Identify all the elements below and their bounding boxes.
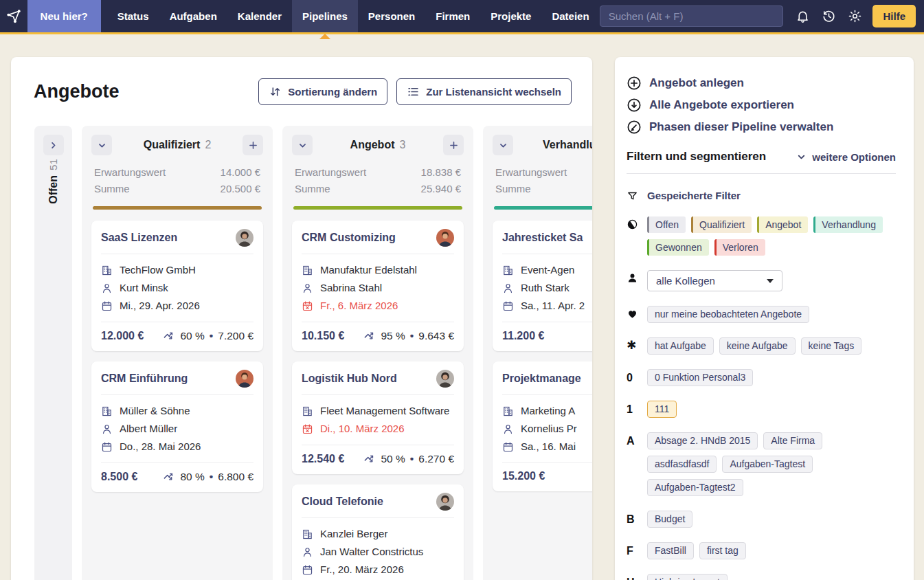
bell-icon[interactable] [796, 9, 810, 23]
app-logo[interactable] [0, 0, 27, 32]
separator-dot: • [210, 330, 213, 342]
nav-item[interactable]: Projekte [480, 0, 541, 32]
deal-card[interactable]: Logistik Hub Nord Fleet Management Softw… [292, 361, 464, 474]
tag-filter-chip[interactable]: Highrise Import [647, 574, 728, 580]
nav-item[interactable]: Kalender [227, 0, 292, 32]
person-name: Sabrina Stahl [320, 279, 382, 297]
nav-item[interactable]: Pipelines [292, 0, 358, 32]
divider [101, 322, 253, 322]
nav-item[interactable]: Aufgaben [159, 0, 227, 32]
pipeline-column: Verhandlung Erwartungswert Summe Jahrest… [483, 126, 592, 580]
collapse-column-button[interactable] [91, 135, 112, 155]
tag-group-chips: 111 [647, 401, 896, 418]
nav-item[interactable]: Status [107, 0, 159, 32]
divider [502, 462, 592, 463]
column-color-bar [93, 206, 262, 210]
manage-phases-action[interactable]: Phasen dieser Pipeline verwalten [627, 120, 896, 135]
deal-value: 10.150 € [302, 330, 344, 342]
company-name: Müller & Söhne [120, 402, 190, 420]
change-sorting-button[interactable]: Sortierung ändern [258, 78, 387, 105]
trend-icon [163, 470, 176, 483]
deal-card[interactable]: CRM Einführung Müller & Söhne Albert Mül… [91, 361, 263, 492]
tag-filter-chip[interactable]: Absage 2. HNdB 2015 [647, 432, 758, 449]
stage-filter-chip[interactable]: Gewonnen [647, 239, 709, 256]
stage-filter-chip[interactable]: Verloren [714, 239, 765, 256]
collapsed-column-offen[interactable]: Offen51 [34, 126, 72, 580]
more-options-toggle[interactable]: weitere Optionen [796, 151, 896, 163]
expand-column-button[interactable] [43, 135, 64, 155]
nav-item[interactable]: Firmen [425, 0, 480, 32]
expected-amount: 6.270 € [418, 453, 454, 465]
stage-filter-chip[interactable]: Offen [647, 216, 686, 233]
tag-filter-chip[interactable]: FastBill [647, 542, 694, 559]
nav-item[interactable]: Personen [358, 0, 425, 32]
owner-avatar [436, 370, 454, 388]
deal-value: 15.200 € [502, 470, 545, 482]
deal-title: CRM Einführung [101, 372, 188, 385]
tag-filter-chip[interactable]: hat Aufgabe [647, 337, 714, 355]
due-date: Do., 28. Mai 2026 [120, 438, 201, 456]
trend-icon [163, 329, 176, 342]
stage-filter-chip[interactable]: Verhandlung [813, 216, 883, 233]
deal-value: 12.000 € [101, 330, 144, 342]
calendar-overdue-icon [302, 300, 313, 312]
column-cards: Jahresticket Sa Event-Agen Ruth Stark Sa… [493, 221, 592, 491]
watched-offers-filter-chip[interactable]: nur meine beobachteten Angebote [647, 306, 809, 323]
expected-label: Erwartungswert [94, 164, 166, 181]
separator-dot: • [210, 471, 213, 483]
deal-card[interactable]: SaaS Lizenzen TechFlow GmbH Kurt Minsk M… [91, 221, 263, 351]
collapse-column-button[interactable] [493, 135, 513, 155]
search-input[interactable] [600, 5, 784, 27]
create-offer-action[interactable]: Angebot anlegen [627, 76, 896, 91]
kanban-board: Offen51 Qualifiziert2 Erwartungswert14.0… [34, 126, 592, 580]
tag-filter-chip[interactable]: Budget [647, 511, 692, 528]
stage-filter-chip[interactable]: Qualifiziert [691, 216, 752, 233]
person-name: Jan Walter Constrictus [320, 543, 423, 561]
tag-filter-chip[interactable]: 111 [647, 401, 677, 418]
owner-avatar [436, 493, 454, 511]
divider [101, 394, 253, 395]
owner-avatar [236, 370, 253, 388]
collapse-column-button[interactable] [292, 135, 313, 155]
divider [502, 394, 592, 395]
nav-item-label: Personen [368, 10, 415, 22]
calendar-icon [101, 300, 113, 312]
edit-circle-icon [627, 120, 642, 135]
tag-group-letter: A [627, 432, 647, 447]
add-card-button[interactable] [243, 135, 263, 155]
deal-card[interactable]: Cloud Telefonie Kanzlei Berger Jan Walte… [292, 484, 464, 580]
chevron-down-icon [297, 140, 308, 151]
sum-label: Summe [94, 181, 130, 197]
tag-filter-chip[interactable]: 0 Funktion Personal3 [647, 369, 753, 386]
separator-dot: • [410, 453, 414, 465]
building-icon [101, 265, 113, 276]
tag-filter-chip[interactable]: Aufgaben-Tagtest [722, 456, 813, 473]
building-icon [302, 265, 313, 276]
help-button[interactable]: Hilfe [872, 5, 916, 27]
add-card-button[interactable] [443, 135, 464, 155]
tag-filter-chip[interactable]: asdfasdfasdf [647, 456, 717, 473]
nav-item[interactable]: Dateien [541, 0, 599, 32]
tag-filter-chip[interactable]: Aufgaben-Tagtest2 [647, 479, 743, 496]
tag-filter-chip[interactable]: Alte Firma [763, 432, 822, 449]
history-icon[interactable] [822, 9, 836, 23]
divider [502, 322, 592, 322]
nav-item[interactable]: Neu hier? [27, 0, 101, 32]
saved-filters-link[interactable]: Gespeicherte Filter [647, 188, 741, 201]
list-view-button[interactable]: Zur Listenansicht wechseln [396, 78, 572, 105]
deal-card[interactable]: CRM Customizing Manufaktur Edelstahl Sab… [292, 221, 464, 351]
tag-group-letter: 0 [627, 369, 647, 384]
owner-avatar [436, 229, 454, 247]
gear-icon[interactable] [848, 9, 862, 23]
company-name: Manufaktur Edelstahl [320, 261, 417, 279]
funnel-icon [627, 188, 647, 202]
deal-title: CRM Customizing [302, 232, 396, 244]
colleagues-select[interactable]: alle Kollegen [647, 270, 782, 291]
tag-filter-chip[interactable]: keine Tags [801, 337, 862, 355]
deal-card[interactable]: Projektmanage Marketing A Kornelius Pr S… [493, 361, 592, 491]
deal-card[interactable]: Jahresticket Sa Event-Agen Ruth Stark Sa… [493, 221, 592, 351]
export-offers-action[interactable]: Alle Angebote exportieren [627, 98, 896, 113]
stage-filter-chip[interactable]: Angebot [757, 216, 808, 233]
tag-filter-chip[interactable]: first tag [699, 542, 746, 559]
tag-filter-chip[interactable]: keine Aufgabe [719, 337, 796, 355]
